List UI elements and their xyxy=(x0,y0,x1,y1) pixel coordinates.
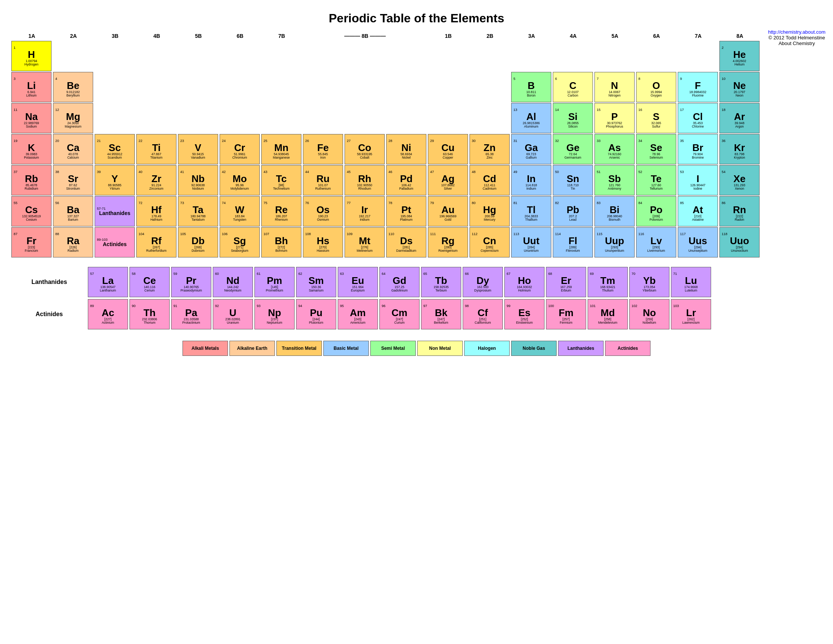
element-Rn: 86 Rn [222] Radon xyxy=(719,196,759,226)
legend-alkaline-earth: Alkaline Earth xyxy=(230,341,275,356)
element-Be: 4 Be 9.012182 Beryllium xyxy=(53,72,93,102)
element-Si: 14 Si 28.0855 Silicon xyxy=(553,103,593,133)
element-W: 74 W 183.84 Tungsten xyxy=(220,196,260,226)
element-Ta: 73 Ta 180.94788 Tantalum xyxy=(178,196,218,226)
element-Re: 75 Re 186.207 Rhenium xyxy=(261,196,301,226)
element-Mo: 42 Mo 95.96 Molybdenum xyxy=(220,165,260,195)
element-At: 85 At [210] Astatine xyxy=(678,196,718,226)
element-Cm: 96 Cm [247] Curium xyxy=(380,299,420,329)
group-label-3a: 3A xyxy=(511,33,552,39)
element-Rb: 37 Rb 85.4678 Rubidium xyxy=(11,165,51,195)
group-label-2a: 2A xyxy=(53,33,94,39)
element-Sc: 21 Sc 44.955912 Scandium xyxy=(95,134,135,164)
group-label-1a: 1A xyxy=(11,33,52,39)
element-Nd: 60 Nd 144.242 Neodymium xyxy=(213,267,253,297)
group-label-2b: 2B xyxy=(470,33,510,39)
element-F: 9 F 18.9984032 Fluorine xyxy=(678,72,718,102)
element-Md: 101 Md [258] Mendelevium xyxy=(588,299,628,329)
element-Yb: 70 Yb 173.054 Ytterbium xyxy=(629,267,669,297)
element-Sm: 62 Sm 150.36 Samarium xyxy=(296,267,336,297)
element-Rh: 45 Rh 102.90550 Rhodium xyxy=(344,165,385,195)
element-B: 5 B 10.811 Boron xyxy=(511,72,551,102)
actinides-row: Actinides 89 Ac [227] Actinium 90 Th 232… xyxy=(11,299,822,329)
group-label-4b: 4B xyxy=(136,33,177,39)
element-Y: 39 Y 88.90585 Yttrium xyxy=(95,165,135,195)
element-As: 33 As 74.92160 Arsenic xyxy=(595,134,635,164)
legend-semi-metal: Semi Metal xyxy=(370,341,416,356)
element-Fl: 114 Fl [289] Flerovium xyxy=(553,227,593,257)
group-label-1b: 1B xyxy=(428,33,469,39)
element-Po: 84 Po [209] Polonium xyxy=(636,196,676,226)
element-Ne: 10 Ne 20.1797 Neon xyxy=(719,72,759,102)
element-Np: 93 Np [237] Neptunium xyxy=(254,299,294,329)
info-url[interactable]: http://chemistry.about.com xyxy=(768,29,826,35)
element-Ga: 31 Ga 69.723 Gallium xyxy=(511,134,551,164)
element-S: 16 S 32.065 Sulfur xyxy=(636,103,676,133)
legend-lanthanides: Lanthanides xyxy=(558,341,603,356)
group-label-4a: 4A xyxy=(553,33,594,39)
element-Sr: 38 Sr 87.62 Strontium xyxy=(53,165,93,195)
element-Am: 95 Am [243] Americium xyxy=(338,299,378,329)
element-Na: 11 Na 22.989769 Sodium xyxy=(11,103,51,133)
element-Co: 27 Co 58.933195 Cobalt xyxy=(344,134,385,164)
group-label-6b: 6B xyxy=(220,33,261,39)
element-Eu: 63 Eu 151.964 Europium xyxy=(338,267,378,297)
element-Tb: 65 Tb 158.92535 Terbium xyxy=(421,267,461,297)
element-Cd: 48 Cd 112.411 Cadmium xyxy=(470,165,510,195)
element-Pa: 91 Pa 231.03588 Protactinium xyxy=(171,299,211,329)
element-Sb: 51 Sb 121.760 Antimony xyxy=(595,165,635,195)
actinides-label: Actinides xyxy=(11,299,87,329)
element-Bh: 107 Bh [272] Bohrium xyxy=(261,227,301,257)
element-Tm: 69 Tm 168.93421 Thulium xyxy=(588,267,628,297)
element-Bk: 97 Bk [247] Berkelium xyxy=(421,299,461,329)
info-box: http://chemistry.about.com © 2012 Todd H… xyxy=(768,29,826,46)
element-Os: 76 Os 190.23 Osmium xyxy=(303,196,343,226)
element-H: 1 H 1.00794 Hydrogen xyxy=(11,41,51,71)
element-Bi: 83 Bi 208.98040 Bismuth xyxy=(595,196,635,226)
element-Mg: 12 Mg 24.3050 Magnesium xyxy=(53,103,93,133)
element-C: 6 C 12.0107 Carbon xyxy=(553,72,593,102)
element-La: 57 La 138.90547 Lanthanum xyxy=(88,267,128,297)
element-Hf: 72 Hf 178.49 Hafnium xyxy=(136,196,177,226)
element-Ti: 22 Ti 47.867 Titanium xyxy=(136,134,177,164)
element-Ba: 56 Ba 137.327 Barium xyxy=(53,196,93,226)
element-K: 19 K 39.0983 Potassium xyxy=(11,134,51,164)
element-Es: 99 Es [252] Einsteinium xyxy=(504,299,545,329)
element-Ra: 88 Ra [226] Radium xyxy=(53,227,93,257)
legend-alkali-metals: Alkali Metals xyxy=(182,341,228,356)
element-Zn: 30 Zn 65.38 Zinc xyxy=(470,134,510,164)
element-Cs: 55 Cs 132.9054519 Cesium xyxy=(11,196,51,226)
element-La-placeholder: 57-71 Lanthanides xyxy=(95,196,135,226)
element-Ru: 44 Ru 101.07 Ruthenium xyxy=(303,165,343,195)
element-Br: 35 Br 79.904 Bromine xyxy=(678,134,718,164)
element-O: 8 O 15.9994 Oxygen xyxy=(636,72,676,102)
element-Ca: 20 Ca 40.078 Calcium xyxy=(53,134,93,164)
element-I: 53 I 126.90447 Iodine xyxy=(678,165,718,195)
element-Ac-placeholder: 89-103 Actinides xyxy=(95,227,135,257)
element-Fm: 100 Fm [257] Fermium xyxy=(546,299,586,329)
element-Hs: 108 Hs [270] Hassium xyxy=(303,227,343,257)
element-Pd: 46 Pd 106.42 Palladium xyxy=(386,165,426,195)
element-Uup: 115 Uup [293] Ununpentium xyxy=(595,227,635,257)
element-Se: 34 Se 78.96 Selenium xyxy=(636,134,676,164)
element-Nb: 41 Nb 92.90638 Niobium xyxy=(178,165,218,195)
element-Dy: 66 Dy 162.500 Dysprosium xyxy=(463,267,503,297)
element-Cn: 112 Cn [285] Copernicium xyxy=(470,227,510,257)
periodic-table: 1 H 1.00794 Hydrogen 2 He 4.002602 Heliu… xyxy=(11,41,822,257)
element-Rf: 104 Rf [267] Rutherfordium xyxy=(136,227,177,257)
element-Fe: 26 Fe 55.845 Iron xyxy=(303,134,343,164)
element-Pr: 59 Pr 140.90765 Praseodymium xyxy=(171,267,211,297)
element-Tl: 81 Tl 204.3833 Thallium xyxy=(511,196,551,226)
element-Te: 52 Te 127.60 Tellurium xyxy=(636,165,676,195)
element-Cf: 98 Cf [251] Californium xyxy=(463,299,503,329)
element-Xe: 54 Xe 131.293 Xenon xyxy=(719,165,759,195)
subtitle: About Chemistry xyxy=(778,40,815,46)
element-Ir: 77 Ir 192.217 Iridium xyxy=(344,196,385,226)
group-label-7a: 7A xyxy=(678,33,719,39)
legend-non-metal: Non Metal xyxy=(417,341,463,356)
element-Sg: 106 Sg [271] Seaborgium xyxy=(220,227,260,257)
element-Cl: 17 Cl 35.453 Chlorine xyxy=(678,103,718,133)
element-Uus: 117 Uus [294] Ununseptium xyxy=(678,227,718,257)
element-No: 102 No [259] Nobelium xyxy=(629,299,669,329)
element-Ni: 28 Ni 58.6934 Nickel xyxy=(386,134,426,164)
